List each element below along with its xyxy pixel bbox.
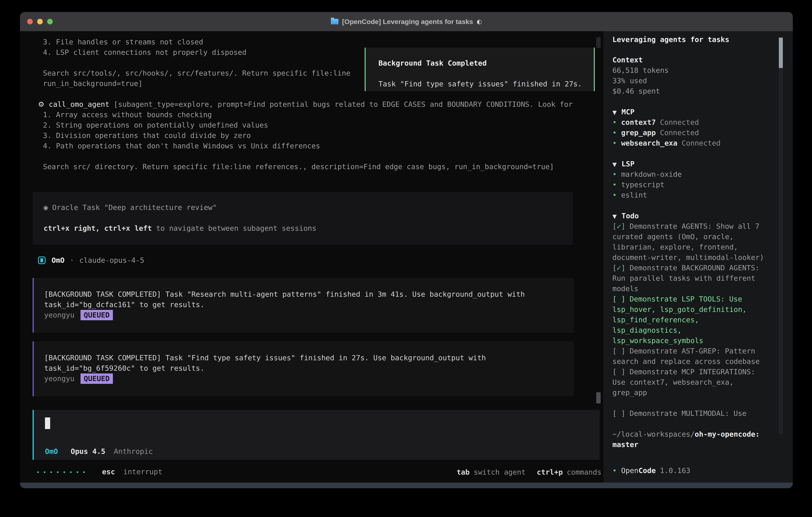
mcp-item: •websearch_exaConnected (612, 138, 772, 148)
lsp-item: •typescript (612, 180, 772, 190)
task-message-body: [BACKGROUND TASK COMPLETED] Task "Resear… (44, 289, 556, 310)
lsp-section-header[interactable]: ▼LSP (612, 159, 772, 170)
input-provider-label: Anthropic (114, 447, 153, 456)
input-model-label: Opus 4.5 (71, 447, 105, 456)
prompt-input[interactable]: OmO Opus 4.5 Anthropic (33, 410, 600, 460)
sidebar-scrollbar-track[interactable] (779, 37, 783, 434)
status-dot-icon: • (612, 181, 617, 189)
window-title: [OpenCode] Leveraging agents for tasks (342, 17, 473, 27)
checkbox-empty-icon: [ ] (612, 368, 626, 376)
omo-agent-icon (38, 256, 46, 264)
tool-call-line: ⚙ call_omo_agent [subagent_type=explore,… (38, 99, 573, 110)
transcript-line: Search src/tools/, src/hooks/, src/featu… (43, 68, 350, 78)
agent-header: OmO · claude-opus-4-5 (38, 255, 144, 266)
context-used: 33% used (612, 76, 772, 86)
half-circle-indicator-icon: ◐ (477, 17, 482, 27)
checkbox-empty-icon: [ ] (612, 295, 626, 303)
todo-item: [ ]Demonstrate MCP INTEGRATIONS: Use con… (612, 366, 772, 398)
window-title-wrap: [OpenCode] Leveraging agents for tasks ◐ (20, 12, 793, 31)
transcript-line: 4. LSP client connections not properly d… (43, 47, 246, 58)
ctrlp-key-label: commands (567, 467, 601, 478)
transcript-line: 3. File handles or streams not closed (43, 37, 203, 47)
session-title: Leveraging agents for tasks (612, 34, 772, 45)
task-message: [BACKGROUND TASK COMPLETED] Task "Resear… (33, 278, 574, 333)
status-badge: QUEUED (81, 310, 113, 320)
task-author: yeongyu (44, 374, 75, 384)
context-spent: $0.46 spent (612, 86, 772, 97)
spinner-dots-icon: •••••••• (36, 469, 89, 475)
chevron-down-icon: ▼ (612, 161, 617, 168)
statusbar-right: tab switch agent ctrl+p commands (457, 467, 601, 478)
oracle-task-hint: ctrl+x right, ctrl+x left to navigate be… (44, 223, 316, 234)
oracle-hint-text: to navigate between subagent sessions (152, 224, 317, 232)
status-dot-icon: • (612, 191, 617, 199)
window-bottom-bar (20, 483, 793, 488)
main-scrollbar-thumb[interactable] (596, 392, 601, 404)
workspace-path: ~/local-workspaces/oh-my-opencode: maste… (612, 429, 772, 450)
statusbar-left: •••••••• esc interrupt (36, 467, 162, 478)
lsp-item: •eslint (612, 190, 772, 200)
toast-body: Task "Find type safety issues" finished … (378, 79, 582, 89)
input-meta: OmO Opus 4.5 Anthropic (45, 446, 153, 457)
task-message: [BACKGROUND TASK COMPLETED] Task "Find t… (33, 342, 574, 396)
agent-name: OmO (52, 255, 64, 266)
transcript-line: run_in_background=true] (43, 78, 143, 89)
tool-call-args: [subagent_type=explore, prompt=Find pote… (109, 100, 573, 108)
status-dot-icon: • (612, 118, 617, 126)
background-task-toast: Background Task Completed Task "Find typ… (365, 48, 595, 91)
tool-call-tail: Search src/ directory. Return specific f… (43, 162, 554, 172)
tab-key-hint: tab (457, 467, 469, 478)
context-heading: Context (612, 55, 772, 65)
task-message-body: [BACKGROUND TASK COMPLETED] Task "Find t… (44, 353, 556, 374)
todo-section-header[interactable]: ▼Todo (612, 211, 772, 222)
todo-item: [✓]Demonstrate BACKGROUND AGENTS: Run pa… (612, 263, 772, 294)
todo-item: [✓]Demonstrate AGENTS: Show all 7 curate… (612, 221, 772, 263)
ctrlp-key-hint: ctrl+p (537, 467, 563, 478)
task-message-meta: yeongyu QUEUED (44, 310, 113, 320)
oracle-task-title: ◉ Oracle Task "Deep architecture review" (44, 202, 217, 213)
version-line: •OpenCode1.0.163 (612, 465, 772, 476)
todo-item: [ ]Demonstrate AST-GREP: Pattern search … (612, 346, 772, 366)
chevron-down-icon: ▼ (612, 213, 617, 220)
oracle-hint-keys: ctrl+x right, ctrl+x left (44, 224, 152, 232)
agent-model: claude-opus-4-5 (79, 255, 144, 266)
tool-call-name: call_omo_agent (49, 100, 109, 108)
checkbox-empty-icon: [ ] (612, 347, 626, 355)
mcp-item: •context7Connected (612, 117, 772, 128)
text-cursor (45, 417, 50, 429)
esc-key-label: interrupt (123, 468, 162, 476)
todo-item-active: [ ]Demonstrate LSP TOOLS: Use lsp_hover,… (612, 294, 772, 346)
status-dot-icon: • (612, 466, 617, 474)
sidebar-scrollbar-thumb[interactable] (779, 37, 783, 68)
agent-separator: · (70, 255, 74, 266)
titlebar: [OpenCode] Leveraging agents for tasks ◐ (20, 12, 793, 31)
oracle-task-box[interactable]: ◉ Oracle Task "Deep architecture review"… (33, 192, 573, 245)
todo-item: [ ]Demonstrate MULTIMODAL: Use (612, 408, 772, 419)
checkbox-empty-icon: [ ] (612, 409, 626, 417)
gear-icon: ⚙ (38, 100, 45, 108)
folder-icon (331, 19, 339, 24)
main-scrollbar-thumb[interactable] (596, 37, 601, 48)
task-author: yeongyu (44, 310, 75, 320)
status-badge: QUEUED (81, 374, 113, 384)
mcp-item: •grep_appConnected (612, 128, 772, 138)
screenshot-stage: [OpenCode] Leveraging agents for tasks ◐… (0, 0, 812, 517)
tab-key-label: switch agent (473, 467, 525, 478)
input-agent-label: OmO (45, 447, 58, 456)
esc-key-hint: esc (102, 468, 115, 476)
checkbox-checked-icon: [✓] (612, 264, 626, 272)
context-tokens: 66,518 tokens (612, 65, 772, 76)
checkbox-checked-icon: [✓] (612, 222, 626, 230)
mcp-section-header[interactable]: ▼MCP (612, 107, 772, 118)
task-message-meta: yeongyu QUEUED (44, 374, 113, 384)
status-dot-icon: • (612, 170, 617, 178)
statusbar: •••••••• esc interrupt tab switch agent … (36, 467, 601, 478)
status-dot-icon: • (612, 129, 617, 137)
chevron-down-icon: ▼ (612, 109, 617, 116)
status-dot-icon: • (612, 139, 617, 147)
tool-call-list: 1. Array access without bounds checking … (43, 110, 320, 151)
toast-title: Background Task Completed (378, 58, 487, 69)
lsp-item: •markdown-oxide (612, 169, 772, 180)
